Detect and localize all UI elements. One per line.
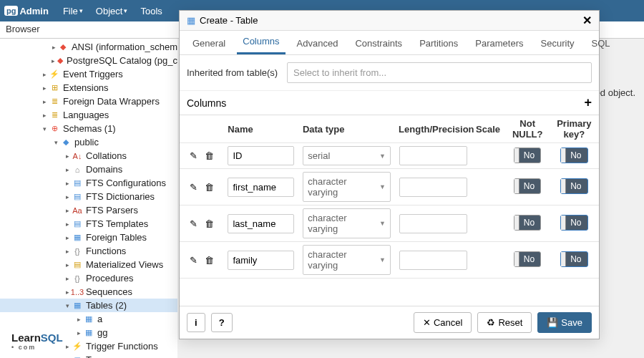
caret-icon[interactable]: ▸ <box>40 84 49 92</box>
length-input[interactable] <box>399 214 467 233</box>
tree-node[interactable]: ▸≣Languages <box>0 108 177 122</box>
column-name-input[interactable] <box>228 251 294 270</box>
delete-icon[interactable]: 🗑 <box>205 218 214 229</box>
caret-icon[interactable]: ▾ <box>63 302 72 309</box>
column-name-input[interactable] <box>228 146 294 165</box>
caret-icon[interactable]: ▸ <box>74 329 83 337</box>
inherit-select[interactable]: Select to inherit from... <box>287 62 592 83</box>
datatype-select[interactable]: character varying▼ <box>303 245 391 275</box>
caret-icon[interactable]: ▸ <box>50 57 56 64</box>
tab-security[interactable]: Security <box>535 32 580 54</box>
close-icon[interactable]: ✕ <box>582 14 592 27</box>
tab-parameters[interactable]: Parameters <box>469 32 529 54</box>
column-name-input[interactable] <box>228 214 294 233</box>
tab-columns[interactable]: Columns <box>237 30 285 54</box>
notnull-toggle[interactable]: No <box>514 215 541 231</box>
menu-tools[interactable]: Tools <box>140 6 162 16</box>
caret-icon[interactable]: ▸ <box>63 207 72 214</box>
edit-icon[interactable]: ✎ <box>190 182 197 193</box>
datatype-select[interactable]: serial▼ <box>303 146 391 165</box>
length-input[interactable] <box>399 178 467 197</box>
column-row: ✎ 🗑 character varying▼ No No <box>180 242 599 279</box>
caret-icon[interactable]: ▾ <box>52 139 60 146</box>
edit-icon[interactable]: ✎ <box>190 150 197 161</box>
tree-node[interactable]: ▸▤Materialized Views <box>0 258 177 271</box>
tree-node[interactable]: ▸⌂Domains <box>0 163 177 176</box>
notnull-toggle[interactable]: No <box>514 147 541 163</box>
notnull-toggle[interactable]: No <box>514 251 541 267</box>
menu-file[interactable]: File▾ <box>63 6 83 16</box>
primarykey-toggle[interactable]: No <box>560 178 587 194</box>
tree-node[interactable]: ▸▦Foreign Tables <box>0 231 177 244</box>
add-column-button[interactable]: + <box>584 95 592 110</box>
caret-icon[interactable]: ▸ <box>63 153 72 160</box>
length-input[interactable] <box>399 251 467 270</box>
tree-label: Languages <box>63 110 109 120</box>
tree-label: Procedures <box>86 273 133 284</box>
caret-icon[interactable]: ▾ <box>40 125 49 132</box>
datatype-select[interactable]: character varying▼ <box>303 172 391 202</box>
dialog-titlebar[interactable]: ▦ Create - Table ✕ <box>180 11 599 31</box>
tree-node[interactable]: ▸▤FTS Templates <box>0 217 177 231</box>
tree-node[interactable]: ▸◆PostgreSQL Catalog (pg_c <box>0 54 177 67</box>
caret-icon[interactable]: ▸ <box>40 71 49 78</box>
caret-icon[interactable]: ▸ <box>63 234 72 241</box>
caret-icon[interactable]: ▸ <box>63 275 72 282</box>
tree-node[interactable]: ▸AaFTS Parsers <box>0 203 177 217</box>
tree-label: Extensions <box>63 82 109 93</box>
primarykey-toggle[interactable]: No <box>560 215 587 231</box>
caret-icon[interactable]: ▸ <box>74 316 83 323</box>
help-button[interactable]: ? <box>211 313 233 332</box>
tab-sql[interactable]: SQL <box>586 32 616 54</box>
tree-node[interactable]: ▸1..3Sequences <box>0 285 177 299</box>
cancel-button[interactable]: ✕Cancel <box>414 312 472 333</box>
save-button[interactable]: 💾Save <box>537 312 592 333</box>
datatype-select[interactable]: character varying▼ <box>303 208 391 238</box>
tree-node[interactable]: ▸▢Types <box>0 353 177 358</box>
column-name-input[interactable] <box>228 178 294 197</box>
delete-icon[interactable]: 🗑 <box>205 255 214 266</box>
delete-icon[interactable]: 🗑 <box>205 150 214 161</box>
edit-icon[interactable]: ✎ <box>190 218 197 229</box>
delete-icon[interactable]: 🗑 <box>205 182 214 193</box>
tree-node[interactable]: ▸▤FTS Configurations <box>0 176 177 190</box>
length-input[interactable] <box>399 146 467 165</box>
primarykey-toggle[interactable]: No <box>560 251 587 267</box>
tree-node[interactable]: ▸▦a <box>0 312 177 326</box>
caret-icon[interactable]: ▸ <box>63 248 72 255</box>
primarykey-toggle[interactable]: No <box>560 147 587 163</box>
tree-node[interactable]: ▸{}Functions <box>0 244 177 258</box>
info-button[interactable]: i <box>187 313 205 332</box>
caret-icon[interactable]: ▸ <box>40 98 49 105</box>
tree-node[interactable]: ▸▤FTS Dictionaries <box>0 190 177 203</box>
tree-node[interactable]: ▸◆ANSI (information_schem <box>0 40 177 54</box>
tree-node[interactable]: ▸A↓Collations <box>0 149 177 163</box>
reset-button[interactable]: ♻Reset <box>477 312 532 333</box>
tab-partitions[interactable]: Partitions <box>414 32 464 54</box>
tree-node[interactable]: ▾⊕Schemas (1) <box>0 122 177 135</box>
tab-general[interactable]: General <box>187 32 231 54</box>
edit-icon[interactable]: ✎ <box>190 255 197 266</box>
column-row: ✎ 🗑 character varying▼ No No <box>180 169 599 205</box>
caret-icon[interactable]: ▸ <box>63 343 72 350</box>
notnull-toggle[interactable]: No <box>514 178 541 194</box>
menu-object[interactable]: Object▾ <box>96 6 128 16</box>
caret-icon[interactable]: ▸ <box>63 180 72 187</box>
tree-node[interactable]: ▸⊞Extensions <box>0 81 177 95</box>
tree-node[interactable]: ▸≣Foreign Data Wrappers <box>0 95 177 108</box>
tree-icon: {} <box>72 274 83 284</box>
caret-icon[interactable]: ▸ <box>63 193 72 200</box>
tree-node[interactable]: ▾◆public <box>0 135 177 149</box>
tree-node[interactable]: ▸⚡Event Triggers <box>0 67 177 81</box>
caret-icon[interactable]: ▸ <box>50 44 58 51</box>
caret-icon[interactable]: ▸ <box>40 112 49 119</box>
tree-label: FTS Templates <box>86 218 148 229</box>
tree-node[interactable]: ▾▦Tables (2) <box>0 299 177 312</box>
tree-node[interactable]: ▸{}Procedures <box>0 271 177 285</box>
caret-icon[interactable]: ▸ <box>63 221 72 228</box>
caret-icon[interactable]: ▸ <box>63 166 72 173</box>
tab-advanced[interactable]: Advanced <box>291 32 344 54</box>
tab-constraints[interactable]: Constraints <box>349 32 408 54</box>
caret-icon[interactable]: ▸ <box>63 261 72 268</box>
object-tree[interactable]: ▸◆ANSI (information_schem▸◆PostgreSQL Ca… <box>0 39 177 358</box>
